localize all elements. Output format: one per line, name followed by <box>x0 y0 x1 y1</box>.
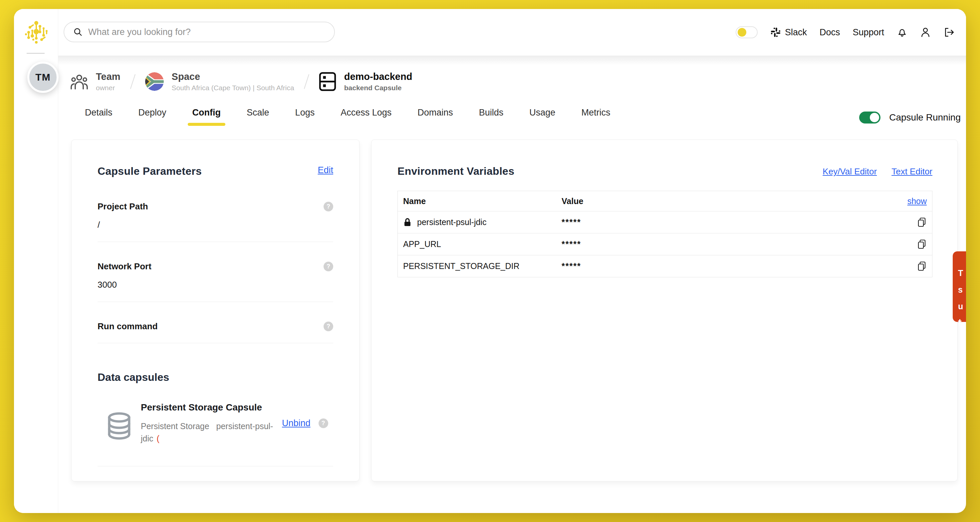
support-link[interactable]: Support <box>853 27 884 38</box>
breadcrumb-separator <box>304 74 309 89</box>
capsule-status: Capsule Running <box>859 111 961 124</box>
feedback-tab[interactable]: T s u t <box>953 251 966 322</box>
tab[interactable]: Details <box>85 108 113 126</box>
feedback-tab-text: s <box>958 281 966 298</box>
app-logo-icon[interactable] <box>24 20 48 46</box>
unbind-link[interactable]: Unbind <box>282 418 310 428</box>
slack-label: Slack <box>785 27 807 38</box>
tab[interactable]: Logs <box>295 108 315 126</box>
tab-label: Domains <box>417 108 453 118</box>
breadcrumb-capsule-title: demo-backend <box>344 71 412 82</box>
breadcrumb-capsule-subtitle: backend Capsule <box>344 84 412 92</box>
field-label: Run command <box>97 321 158 332</box>
lock-icon <box>403 218 412 227</box>
theme-toggle[interactable] <box>736 26 758 38</box>
capsule-parameters-card: Capsule Parameters Edit Project Path ? /… <box>71 140 360 481</box>
field-divider <box>97 302 333 302</box>
show-values-link[interactable]: show <box>907 196 927 206</box>
clipped-fragment: ( <box>157 434 159 443</box>
section-divider <box>97 466 333 466</box>
tab[interactable]: Builds <box>479 108 504 126</box>
breadcrumb-space-title: Space <box>172 71 294 82</box>
parameter-field: Run command ? <box>97 321 333 343</box>
text-editor-link[interactable]: Text Editor <box>891 167 932 177</box>
help-icon[interactable]: ? <box>323 202 333 212</box>
env-table-header: Name Value show <box>398 191 932 211</box>
edit-parameters-link[interactable]: Edit <box>318 165 333 175</box>
copy-icon[interactable] <box>917 217 927 228</box>
column-header-name: Name <box>403 196 562 206</box>
capsule-status-label: Capsule Running <box>889 112 961 123</box>
env-var-name: persistent-psul-jdic <box>417 217 486 227</box>
avatar[interactable]: TM <box>27 62 59 93</box>
field-label: Project Path <box>97 201 148 212</box>
env-table-row: PERSISTENT_STORAGE_DIR ***** <box>398 255 932 277</box>
data-capsule-subtitle: Persistent Storage persistent-psul-jdic( <box>141 420 274 445</box>
tab[interactable]: Access Logs <box>340 108 391 126</box>
data-capsule-name: Persistent Storage Capsule <box>141 402 274 413</box>
topbar: Slack Docs Support <box>58 9 966 56</box>
parameter-field: Network Port ? 3000 <box>97 261 333 302</box>
feedback-tab-text: u <box>958 298 966 315</box>
environment-variables-card: Environment Variables Key/Val Editor Tex… <box>371 140 958 481</box>
breadcrumb-team-title: Team <box>96 71 121 82</box>
slack-icon <box>770 27 781 38</box>
tab[interactable]: Domains <box>417 108 453 126</box>
toggle-knob <box>870 113 879 122</box>
logout-icon[interactable] <box>943 27 955 38</box>
capsule-server-icon <box>319 72 336 91</box>
feedback-tab-text: T <box>958 265 966 281</box>
docs-link[interactable]: Docs <box>819 27 840 38</box>
breadcrumb: Team owner <box>71 65 412 98</box>
tab-label: Deploy <box>138 108 167 118</box>
database-icon <box>97 402 141 442</box>
copy-icon[interactable] <box>917 239 927 250</box>
tab[interactable]: Metrics <box>581 108 610 126</box>
field-divider <box>97 343 333 343</box>
breadcrumb-team[interactable]: Team owner <box>71 71 121 92</box>
breadcrumb-team-subtitle: owner <box>96 84 121 92</box>
env-var-value: ***** <box>562 239 907 249</box>
env-table-row: APP_URL ***** <box>398 233 932 255</box>
search-icon <box>73 27 83 37</box>
tab[interactable]: Deploy <box>138 108 167 126</box>
field-value: / <box>97 220 333 231</box>
env-table-rows: persistent-psul-jdic ***** <box>398 211 932 277</box>
help-icon[interactable]: ? <box>318 419 328 428</box>
data-capsules-title: Data capsules <box>97 371 333 384</box>
south-africa-flag-icon <box>145 72 164 91</box>
environment-variables-title: Environment Variables <box>398 165 514 177</box>
breadcrumb-capsule[interactable]: demo-backend backend Capsule <box>319 71 412 92</box>
team-people-icon <box>71 73 88 90</box>
breadcrumb-separator <box>130 74 135 89</box>
tab-label: Builds <box>479 108 504 118</box>
env-table-row: persistent-psul-jdic ***** <box>398 211 932 233</box>
capsule-tabs: Details Deploy Config Scale Logs Access … <box>85 108 610 126</box>
field-divider <box>97 242 333 242</box>
env-var-value: ***** <box>562 217 907 227</box>
tab-label: Access Logs <box>340 108 391 118</box>
data-capsule-item: Persistent Storage Capsule Persistent St… <box>97 402 333 445</box>
capsule-running-toggle[interactable] <box>859 111 880 124</box>
topbar-actions: Slack Docs Support <box>736 9 955 56</box>
tab[interactable]: Scale <box>247 108 269 126</box>
tab-label: Config <box>192 108 221 118</box>
search-input[interactable] <box>88 27 326 37</box>
env-var-value: ***** <box>562 261 907 271</box>
env-var-name: APP_URL <box>403 239 441 249</box>
capsule-parameters-title: Capsule Parameters <box>97 165 202 177</box>
sidebar-divider <box>27 53 45 54</box>
notifications-bell-icon[interactable] <box>897 27 907 38</box>
tab[interactable]: Usage <box>529 108 555 126</box>
tab-label: Details <box>85 108 113 118</box>
help-icon[interactable]: ? <box>323 321 333 331</box>
copy-icon[interactable] <box>917 261 927 272</box>
breadcrumb-space[interactable]: Space South Africa (Cape Town) | South A… <box>145 71 294 92</box>
account-user-icon[interactable] <box>920 27 931 38</box>
search-bar[interactable] <box>64 22 335 42</box>
slack-link[interactable]: Slack <box>770 27 807 38</box>
help-icon[interactable]: ? <box>323 262 333 271</box>
keyval-editor-link[interactable]: Key/Val Editor <box>822 167 877 177</box>
tab[interactable]: Config <box>192 108 221 126</box>
data-capsule-type: Persistent Storage <box>141 422 209 431</box>
